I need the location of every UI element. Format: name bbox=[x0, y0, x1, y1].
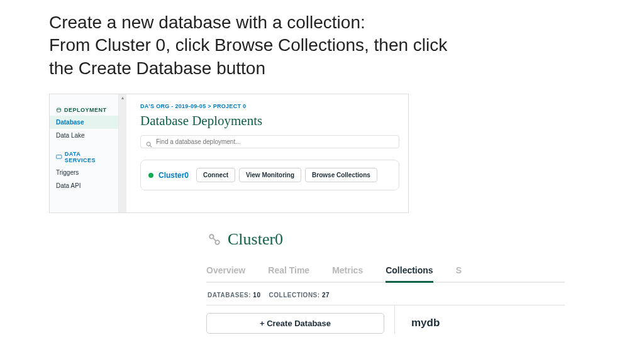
db-count-label: DATABASES: bbox=[208, 292, 251, 299]
title-line1: Create a new database with a collection: bbox=[49, 11, 644, 34]
scrollbar[interactable]: ▴ bbox=[119, 94, 126, 212]
sidebar-section-deployment: DEPLOYMENT bbox=[50, 103, 118, 116]
screenshot-deployments: DEPLOYMENT Database Data Lake DATA SERVI… bbox=[49, 94, 409, 213]
db-count: 10 bbox=[253, 292, 260, 299]
tab-realtime[interactable]: Real Time bbox=[268, 259, 309, 282]
svg-point-4 bbox=[209, 234, 213, 238]
svg-point-2 bbox=[147, 142, 150, 146]
title-line3: the Create Database button bbox=[49, 57, 644, 80]
cluster-link[interactable]: Cluster0 bbox=[158, 171, 189, 180]
search-input[interactable] bbox=[156, 138, 394, 145]
sidebar-item-datalake[interactable]: Data Lake bbox=[50, 129, 118, 142]
main-panel: DA'S ORG - 2019-09-05 > PROJECT 0 Databa… bbox=[131, 94, 408, 212]
database-name: mydb bbox=[411, 317, 565, 329]
svg-point-5 bbox=[215, 240, 219, 244]
slide-title: Create a new database with a collection:… bbox=[0, 0, 644, 80]
bottom-row: + Create Database mydb bbox=[206, 305, 565, 334]
services-icon bbox=[56, 155, 62, 160]
database-icon bbox=[56, 107, 62, 113]
sidebar-section-dataservices: DATA SERVICES bbox=[50, 147, 118, 166]
search-box[interactable] bbox=[140, 135, 399, 148]
stats-row: DATABASES: 10 COLLECTIONS: 27 bbox=[206, 283, 565, 305]
connect-button[interactable]: Connect bbox=[196, 168, 235, 182]
svg-rect-1 bbox=[57, 155, 62, 159]
cluster-header: Cluster0 bbox=[206, 226, 565, 259]
svg-line-3 bbox=[150, 145, 152, 147]
left-column: + Create Database bbox=[206, 305, 395, 334]
breadcrumb[interactable]: DA'S ORG - 2019-09-05 > PROJECT 0 bbox=[140, 103, 399, 109]
sidebar-item-database[interactable]: Database bbox=[50, 116, 118, 129]
col-count-label: COLLECTIONS: bbox=[269, 292, 320, 299]
search-icon bbox=[146, 139, 152, 145]
browse-collections-button[interactable]: Browse Collections bbox=[305, 168, 377, 182]
tab-metrics[interactable]: Metrics bbox=[332, 259, 363, 282]
create-database-button[interactable]: + Create Database bbox=[206, 313, 384, 334]
screenshot-cluster: Cluster0 Overview Real Time Metrics Coll… bbox=[206, 226, 565, 358]
page-title: Database Deployments bbox=[140, 113, 399, 129]
cluster-icon bbox=[208, 233, 221, 246]
cluster-title: Cluster0 bbox=[228, 230, 283, 249]
sidebar-item-dataapi[interactable]: Data API bbox=[50, 179, 118, 192]
tabs: Overview Real Time Metrics Collections S bbox=[206, 259, 565, 283]
view-monitoring-button[interactable]: View Monitoring bbox=[239, 168, 301, 182]
col-count: 27 bbox=[322, 292, 330, 299]
status-dot-icon bbox=[148, 173, 153, 178]
sidebar-item-triggers[interactable]: Triggers bbox=[50, 166, 118, 179]
sidebar: DEPLOYMENT Database Data Lake DATA SERVI… bbox=[50, 94, 119, 212]
tab-collections[interactable]: Collections bbox=[386, 259, 433, 282]
svg-point-0 bbox=[57, 108, 61, 109]
svg-line-6 bbox=[213, 238, 216, 241]
tab-truncated[interactable]: S bbox=[456, 259, 462, 282]
right-column: mydb bbox=[395, 305, 565, 334]
tab-overview[interactable]: Overview bbox=[206, 259, 245, 282]
scroll-up-icon[interactable]: ▴ bbox=[119, 94, 126, 102]
title-line2: From Cluster 0, click Browse Collections… bbox=[49, 34, 644, 57]
cluster-card: Cluster0 Connect View Monitoring Browse … bbox=[140, 160, 399, 190]
